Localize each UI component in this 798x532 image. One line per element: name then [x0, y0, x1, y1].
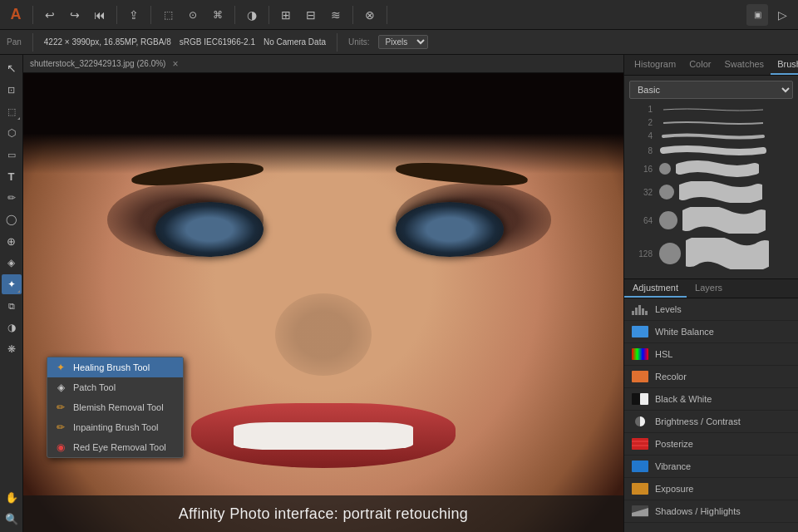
nose-area: [275, 293, 372, 376]
adj-brightness-contrast[interactable]: Brightness / Contrast: [624, 411, 798, 433]
brushes-scroll[interactable]: 1 2: [629, 104, 793, 270]
brush-size-1: 1: [629, 105, 653, 114]
camera-data-value: No Camera Data: [264, 37, 326, 47]
exposure-icon: [631, 482, 649, 495]
svg-rect-14: [632, 461, 648, 472]
brush-circle-32: [659, 185, 674, 200]
crop-tool-btn[interactable]: ⊡: [2, 80, 22, 100]
adj-white-balance[interactable]: White Balance: [624, 321, 798, 343]
brush-size-32: 32: [629, 188, 653, 197]
adj-vibrance[interactable]: Vibrance: [624, 456, 798, 478]
tab-brushes[interactable]: Brushes: [771, 55, 798, 75]
units-dropdown[interactable]: Pixels Inches mm cm: [378, 35, 428, 49]
red-eye-removal-tool-item[interactable]: ◉ Red Eye Removal Tool: [47, 437, 183, 457]
sep7: [387, 6, 387, 24]
shape-btn[interactable]: ◯: [2, 209, 22, 229]
brush-size-64: 64: [629, 216, 653, 225]
view-options-icon[interactable]: ⊞: [275, 4, 297, 26]
levels-icon: [631, 303, 649, 316]
text-btn[interactable]: T: [2, 166, 22, 186]
grid-icon[interactable]: ⊟: [300, 4, 322, 26]
adj-black-white[interactable]: Black & White: [624, 388, 798, 411]
skip-start-icon[interactable]: ⏮: [89, 4, 111, 26]
paint-brush-btn[interactable]: ⬡: [2, 123, 22, 143]
dodge-burn-btn[interactable]: ◑: [2, 318, 22, 337]
tool-label: Pan: [7, 37, 22, 47]
brush-item-64[interactable]: 64: [629, 206, 793, 234]
brush-category-select[interactable]: Basic Artistic Textured: [629, 81, 793, 99]
history-forward-icon[interactable]: ↪: [64, 4, 86, 26]
brush-circle-64: [659, 211, 677, 229]
app-logo-icon[interactable]: A: [5, 4, 27, 26]
color-wheel-icon[interactable]: ◑: [241, 4, 263, 26]
top-toolbar: A ↩ ↪ ⏮ ⇪ ⬚ ⊙ ⌘ ◑ ⊞ ⊟ ≋ ⊗ ▣ ▷: [0, 0, 798, 30]
history-back-icon[interactable]: ↩: [39, 4, 61, 26]
tab-color[interactable]: Color: [682, 55, 717, 75]
blemish-removal-tool-item[interactable]: ✏ Blemish Removal Tool: [47, 397, 183, 417]
white-balance-icon: [631, 325, 649, 338]
brush-item-128[interactable]: 128: [629, 237, 793, 270]
color-picker-btn[interactable]: ◈: [2, 253, 22, 273]
canvas-close-btn[interactable]: ×: [172, 58, 178, 70]
recolor-icon: [631, 370, 649, 383]
brush-stroke-2: [659, 120, 793, 126]
blemish-label: Blemish Removal Tool: [73, 402, 164, 412]
options-bar: Pan 4222 × 3990px, 16.85MP, RGBA/8 sRGB …: [0, 30, 798, 55]
lasso-icon[interactable]: ⊙: [182, 4, 204, 26]
brush-circle-16: [659, 163, 671, 175]
opt-sep2: [337, 33, 337, 52]
svg-rect-8: [632, 393, 640, 405]
adj-hsl[interactable]: HSL: [624, 343, 798, 366]
zoom-view-btn[interactable]: 🔍: [2, 509, 22, 529]
adj-recolor[interactable]: Recolor: [624, 366, 798, 388]
healing-tool-btn[interactable]: ✦: [2, 274, 22, 294]
canvas-filename: shutterstock_322942913.jpg (26.0%): [30, 59, 165, 68]
right-icons[interactable]: ▷: [771, 4, 793, 26]
panel-tabs: Histogram Color Swatches Brushes ≡: [624, 55, 798, 76]
svg-rect-9: [640, 393, 648, 405]
hsl-icon: [631, 347, 649, 361]
canvas-container[interactable]: Affinity Photo interface: portrait retou…: [23, 73, 623, 532]
share-icon[interactable]: ⇪: [123, 4, 145, 26]
adj-exposure[interactable]: Exposure: [624, 478, 798, 500]
selection-brush-btn[interactable]: ⬚: [2, 101, 22, 121]
teeth-area: [234, 422, 414, 450]
clone-tool-btn[interactable]: ⧉: [2, 296, 22, 316]
brush-stroke-128: [686, 238, 793, 269]
adj-shadows-highlights[interactable]: Shadows / Highlights: [624, 500, 798, 523]
adj-posterize[interactable]: Posterize: [624, 433, 798, 456]
channels-icon[interactable]: ≋: [325, 4, 347, 26]
zoom-btn[interactable]: ⊕: [2, 231, 22, 251]
pen-btn[interactable]: ✏: [2, 188, 22, 208]
healing-brush-tool-item[interactable]: ✦ Healing Brush Tool: [47, 357, 183, 377]
magic-wand-icon[interactable]: ⌘: [207, 4, 229, 26]
brush-item-1[interactable]: 1: [629, 104, 793, 115]
tab-swatches[interactable]: Swatches: [717, 55, 771, 75]
brush-item-4[interactable]: 4: [629, 131, 793, 141]
exposure-label: Exposure: [655, 484, 693, 494]
adj-tab-layers[interactable]: Layers: [687, 279, 731, 298]
hand-tool-btn[interactable]: ✋: [2, 487, 22, 507]
brush-item-8[interactable]: 8: [629, 144, 793, 157]
blur-tool-btn[interactable]: ❋: [2, 339, 22, 359]
tab-histogram[interactable]: Histogram: [628, 55, 682, 75]
inpainting-brush-tool-item[interactable]: ✏ Inpainting Brush Tool: [47, 417, 183, 437]
sep1: [32, 6, 33, 24]
fill-btn[interactable]: ▭: [2, 145, 22, 165]
svg-rect-4: [645, 311, 648, 315]
macro-icon[interactable]: ⊗: [359, 4, 381, 26]
studio-icon[interactable]: ▣: [746, 4, 768, 26]
black-white-icon: [631, 392, 649, 406]
canvas-tab: shutterstock_322942913.jpg (26.0%) ×: [23, 55, 623, 73]
brush-item-32[interactable]: 32: [629, 180, 793, 204]
brush-item-16[interactable]: 16: [629, 160, 793, 178]
brush-item-2[interactable]: 2: [629, 117, 793, 128]
adj-tab-adjustment[interactable]: Adjustment: [624, 279, 687, 298]
brush-size-8: 8: [629, 146, 653, 155]
rect-marquee-icon[interactable]: ⬚: [157, 4, 179, 26]
patch-tool-item[interactable]: ◈ Patch Tool: [47, 377, 183, 397]
levels-label: Levels: [655, 304, 682, 314]
move-tool-btn[interactable]: ↖: [2, 58, 22, 78]
patch-icon: ◈: [54, 381, 67, 394]
adj-levels[interactable]: Levels: [624, 298, 798, 321]
